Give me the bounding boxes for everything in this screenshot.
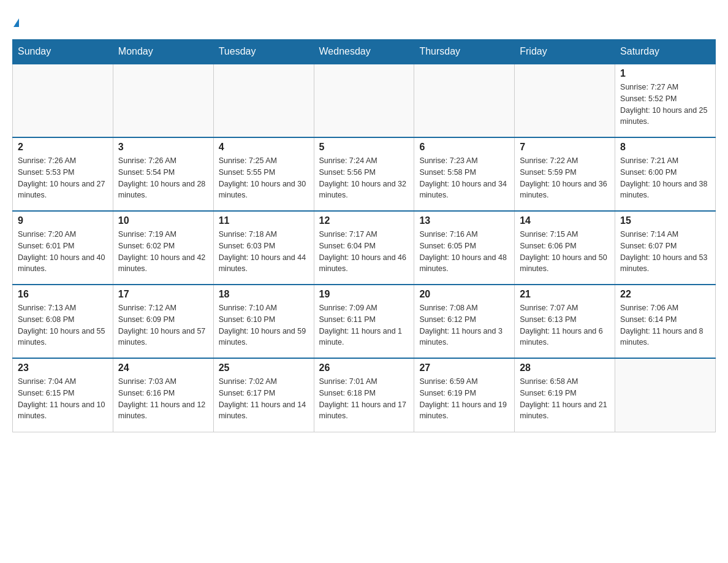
calendar-cell xyxy=(314,64,414,137)
column-header-friday: Friday xyxy=(515,40,615,64)
day-info: Sunrise: 7:27 AMSunset: 5:52 PMDaylight:… xyxy=(620,82,710,128)
day-info: Sunrise: 7:01 AMSunset: 6:18 PMDaylight:… xyxy=(319,376,409,422)
calendar-cell: 7Sunrise: 7:22 AMSunset: 5:59 PMDaylight… xyxy=(515,137,615,211)
calendar-cell xyxy=(213,64,314,137)
column-header-sunday: Sunday xyxy=(13,40,113,64)
day-number: 3 xyxy=(118,142,208,153)
calendar-cell xyxy=(515,64,615,137)
calendar-cell: 10Sunrise: 7:19 AMSunset: 6:02 PMDayligh… xyxy=(113,211,213,285)
calendar-cell: 21Sunrise: 7:07 AMSunset: 6:13 PMDayligh… xyxy=(515,285,615,358)
day-number: 25 xyxy=(219,362,309,373)
calendar-cell xyxy=(615,358,716,432)
calendar-cell: 22Sunrise: 7:06 AMSunset: 6:14 PMDayligh… xyxy=(615,285,716,358)
day-info: Sunrise: 7:22 AMSunset: 5:59 PMDaylight:… xyxy=(520,155,610,201)
calendar-cell: 16Sunrise: 7:13 AMSunset: 6:08 PMDayligh… xyxy=(13,285,113,358)
calendar-cell: 3Sunrise: 7:26 AMSunset: 5:54 PMDaylight… xyxy=(113,137,213,211)
logo-general-row xyxy=(12,12,19,29)
day-number: 12 xyxy=(319,215,409,226)
day-number: 16 xyxy=(18,289,108,300)
day-number: 23 xyxy=(18,362,108,373)
calendar-table: SundayMondayTuesdayWednesdayThursdayFrid… xyxy=(12,39,716,432)
calendar-cell xyxy=(113,64,213,137)
day-number: 20 xyxy=(419,289,509,300)
day-info: Sunrise: 7:08 AMSunset: 6:12 PMDaylight:… xyxy=(419,302,509,348)
day-info: Sunrise: 7:24 AMSunset: 5:56 PMDaylight:… xyxy=(319,155,409,201)
column-header-thursday: Thursday xyxy=(414,40,515,64)
week-row-3: 9Sunrise: 7:20 AMSunset: 6:01 PMDaylight… xyxy=(13,211,716,285)
day-info: Sunrise: 7:26 AMSunset: 5:53 PMDaylight:… xyxy=(18,155,108,201)
calendar-cell: 27Sunrise: 6:59 AMSunset: 6:19 PMDayligh… xyxy=(414,358,515,432)
day-number: 5 xyxy=(319,142,409,153)
day-number: 22 xyxy=(620,289,710,300)
day-number: 10 xyxy=(118,215,208,226)
calendar-cell: 28Sunrise: 6:58 AMSunset: 6:19 PMDayligh… xyxy=(515,358,615,432)
day-number: 1 xyxy=(620,68,710,79)
day-number: 2 xyxy=(18,142,108,153)
week-row-1: 1Sunrise: 7:27 AMSunset: 5:52 PMDaylight… xyxy=(13,64,716,137)
day-info: Sunrise: 7:10 AMSunset: 6:10 PMDaylight:… xyxy=(219,302,309,348)
day-number: 7 xyxy=(520,142,610,153)
day-number: 11 xyxy=(219,215,309,226)
day-info: Sunrise: 7:25 AMSunset: 5:55 PMDaylight:… xyxy=(219,155,309,201)
day-number: 6 xyxy=(419,142,509,153)
calendar-cell: 25Sunrise: 7:02 AMSunset: 6:17 PMDayligh… xyxy=(213,358,314,432)
calendar-cell: 6Sunrise: 7:23 AMSunset: 5:58 PMDaylight… xyxy=(414,137,515,211)
day-info: Sunrise: 6:59 AMSunset: 6:19 PMDaylight:… xyxy=(419,376,509,422)
day-info: Sunrise: 7:20 AMSunset: 6:01 PMDaylight:… xyxy=(18,229,108,275)
day-number: 24 xyxy=(118,362,208,373)
column-header-tuesday: Tuesday xyxy=(213,40,314,64)
page-header xyxy=(12,12,716,29)
day-number: 19 xyxy=(319,289,409,300)
day-info: Sunrise: 7:19 AMSunset: 6:02 PMDaylight:… xyxy=(118,229,208,275)
calendar-cell: 18Sunrise: 7:10 AMSunset: 6:10 PMDayligh… xyxy=(213,285,314,358)
calendar-cell: 20Sunrise: 7:08 AMSunset: 6:12 PMDayligh… xyxy=(414,285,515,358)
day-info: Sunrise: 7:03 AMSunset: 6:16 PMDaylight:… xyxy=(118,376,208,422)
calendar-cell: 4Sunrise: 7:25 AMSunset: 5:55 PMDaylight… xyxy=(213,137,314,211)
day-number: 28 xyxy=(520,362,610,373)
logo-triangle-icon xyxy=(13,18,19,27)
day-info: Sunrise: 7:06 AMSunset: 6:14 PMDaylight:… xyxy=(620,302,710,348)
day-number: 18 xyxy=(219,289,309,300)
calendar-cell: 13Sunrise: 7:16 AMSunset: 6:05 PMDayligh… xyxy=(414,211,515,285)
day-number: 21 xyxy=(520,289,610,300)
day-info: Sunrise: 7:09 AMSunset: 6:11 PMDaylight:… xyxy=(319,302,409,348)
day-info: Sunrise: 7:15 AMSunset: 6:06 PMDaylight:… xyxy=(520,229,610,275)
calendar-cell: 2Sunrise: 7:26 AMSunset: 5:53 PMDaylight… xyxy=(13,137,113,211)
week-row-4: 16Sunrise: 7:13 AMSunset: 6:08 PMDayligh… xyxy=(13,285,716,358)
day-info: Sunrise: 6:58 AMSunset: 6:19 PMDaylight:… xyxy=(520,376,610,422)
day-number: 14 xyxy=(520,215,610,226)
calendar-cell: 24Sunrise: 7:03 AMSunset: 6:16 PMDayligh… xyxy=(113,358,213,432)
day-number: 17 xyxy=(118,289,208,300)
week-row-5: 23Sunrise: 7:04 AMSunset: 6:15 PMDayligh… xyxy=(13,358,716,432)
day-info: Sunrise: 7:21 AMSunset: 6:00 PMDaylight:… xyxy=(620,155,710,201)
day-number: 26 xyxy=(319,362,409,373)
day-info: Sunrise: 7:04 AMSunset: 6:15 PMDaylight:… xyxy=(18,376,108,422)
column-header-saturday: Saturday xyxy=(615,40,716,64)
day-info: Sunrise: 7:23 AMSunset: 5:58 PMDaylight:… xyxy=(419,155,509,201)
column-header-wednesday: Wednesday xyxy=(314,40,414,64)
calendar-cell: 9Sunrise: 7:20 AMSunset: 6:01 PMDaylight… xyxy=(13,211,113,285)
calendar-cell: 23Sunrise: 7:04 AMSunset: 6:15 PMDayligh… xyxy=(13,358,113,432)
calendar-cell: 1Sunrise: 7:27 AMSunset: 5:52 PMDaylight… xyxy=(615,64,716,137)
calendar-cell: 17Sunrise: 7:12 AMSunset: 6:09 PMDayligh… xyxy=(113,285,213,358)
day-number: 13 xyxy=(419,215,509,226)
day-number: 27 xyxy=(419,362,509,373)
calendar-cell: 5Sunrise: 7:24 AMSunset: 5:56 PMDaylight… xyxy=(314,137,414,211)
day-info: Sunrise: 7:14 AMSunset: 6:07 PMDaylight:… xyxy=(620,229,710,275)
week-row-2: 2Sunrise: 7:26 AMSunset: 5:53 PMDaylight… xyxy=(13,137,716,211)
calendar-cell: 26Sunrise: 7:01 AMSunset: 6:18 PMDayligh… xyxy=(314,358,414,432)
calendar-cell: 14Sunrise: 7:15 AMSunset: 6:06 PMDayligh… xyxy=(515,211,615,285)
calendar-cell xyxy=(13,64,113,137)
day-number: 4 xyxy=(219,142,309,153)
day-info: Sunrise: 7:18 AMSunset: 6:03 PMDaylight:… xyxy=(219,229,309,275)
calendar-cell: 8Sunrise: 7:21 AMSunset: 6:00 PMDaylight… xyxy=(615,137,716,211)
day-info: Sunrise: 7:17 AMSunset: 6:04 PMDaylight:… xyxy=(319,229,409,275)
calendar-cell: 12Sunrise: 7:17 AMSunset: 6:04 PMDayligh… xyxy=(314,211,414,285)
day-info: Sunrise: 7:07 AMSunset: 6:13 PMDaylight:… xyxy=(520,302,610,348)
logo xyxy=(12,12,19,29)
day-info: Sunrise: 7:02 AMSunset: 6:17 PMDaylight:… xyxy=(219,376,309,422)
day-info: Sunrise: 7:16 AMSunset: 6:05 PMDaylight:… xyxy=(419,229,509,275)
calendar-header-row: SundayMondayTuesdayWednesdayThursdayFrid… xyxy=(13,40,716,64)
day-info: Sunrise: 7:13 AMSunset: 6:08 PMDaylight:… xyxy=(18,302,108,348)
calendar-cell: 15Sunrise: 7:14 AMSunset: 6:07 PMDayligh… xyxy=(615,211,716,285)
